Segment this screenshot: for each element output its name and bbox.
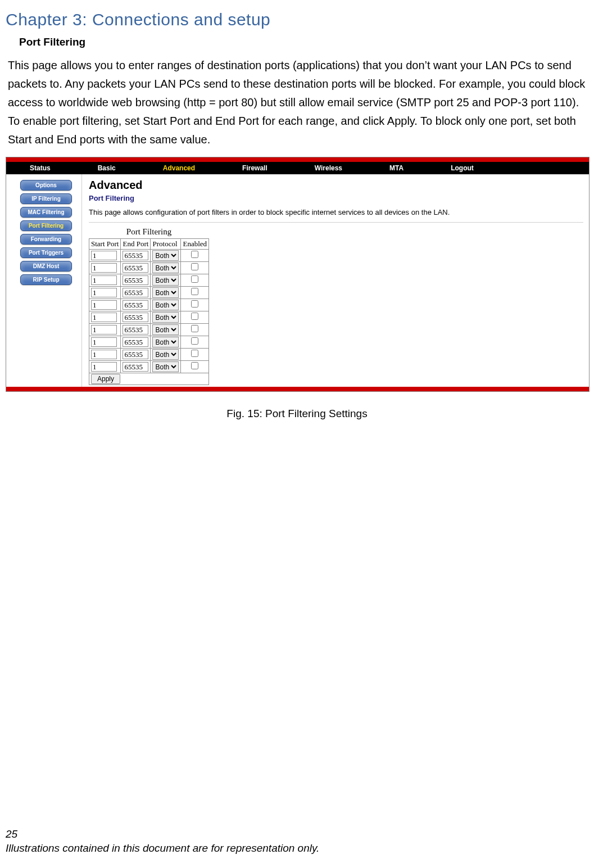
enabled-checkbox[interactable] xyxy=(191,251,198,258)
enabled-checkbox[interactable] xyxy=(191,313,198,320)
table-caption: Port Filtering xyxy=(89,226,209,238)
table-row: Both xyxy=(89,262,209,274)
decorative-red-bar-bottom xyxy=(6,387,589,391)
column-header: End Port xyxy=(121,239,151,250)
tab-firewall[interactable]: Firewall xyxy=(219,164,291,172)
sidebar-item-options[interactable]: Options xyxy=(20,180,72,191)
start-port-input[interactable] xyxy=(91,350,117,359)
start-port-input[interactable] xyxy=(91,251,117,260)
protocol-select[interactable]: Both xyxy=(152,250,179,261)
end-port-input[interactable] xyxy=(123,263,148,273)
tab-wireless[interactable]: Wireless xyxy=(291,164,366,172)
start-port-input[interactable] xyxy=(91,313,117,322)
enabled-checkbox[interactable] xyxy=(191,337,198,345)
table-row: Both xyxy=(89,250,209,262)
end-port-input[interactable] xyxy=(123,300,148,310)
top-nav-tabs: StatusBasicAdvancedFirewallWirelessMTALo… xyxy=(6,162,589,174)
sidebar-item-mac-filtering[interactable]: MAC Filtering xyxy=(20,207,72,218)
tab-status[interactable]: Status xyxy=(6,164,74,172)
end-port-input[interactable] xyxy=(123,251,148,260)
protocol-select[interactable]: Both xyxy=(152,312,179,323)
start-port-input[interactable] xyxy=(91,263,117,273)
enabled-checkbox[interactable] xyxy=(191,288,198,295)
section-title: Port Filtering xyxy=(19,36,588,48)
sidebar: OptionsIP FilteringMAC FilteringPort Fil… xyxy=(6,174,82,387)
table-row: Both xyxy=(89,336,209,349)
enabled-checkbox[interactable] xyxy=(191,350,198,357)
protocol-select[interactable]: Both xyxy=(152,361,179,372)
start-port-input[interactable] xyxy=(91,337,117,347)
protocol-select[interactable]: Both xyxy=(152,324,179,335)
column-header: Protocol xyxy=(151,239,181,250)
figure-caption: Fig. 15: Port Filtering Settings xyxy=(6,408,588,420)
table-row: Both xyxy=(89,299,209,311)
table-row: Both xyxy=(89,361,209,373)
column-header: Start Port xyxy=(89,239,121,250)
sidebar-item-dmz-host[interactable]: DMZ Host xyxy=(20,261,72,272)
enabled-checkbox[interactable] xyxy=(191,362,198,369)
body-paragraph: This page allows you to enter ranges of … xyxy=(8,56,586,149)
end-port-input[interactable] xyxy=(123,288,148,297)
sidebar-item-rip-setup[interactable]: RIP Setup xyxy=(20,274,72,285)
protocol-select[interactable]: Both xyxy=(152,337,179,347)
panel-subtitle: Port Filtering xyxy=(89,194,583,202)
protocol-select[interactable]: Both xyxy=(152,300,179,310)
end-port-input[interactable] xyxy=(123,350,148,359)
table-row: Both xyxy=(89,311,209,324)
column-header: Enabled xyxy=(181,239,209,250)
start-port-input[interactable] xyxy=(91,300,117,310)
sidebar-item-ip-filtering[interactable]: IP Filtering xyxy=(20,193,72,204)
start-port-input[interactable] xyxy=(91,275,117,285)
tab-logout[interactable]: Logout xyxy=(427,164,497,172)
sidebar-item-port-filtering[interactable]: Port Filtering xyxy=(20,220,72,231)
tab-basic[interactable]: Basic xyxy=(74,164,139,172)
apply-button[interactable]: Apply xyxy=(91,374,120,384)
start-port-input[interactable] xyxy=(91,362,117,372)
end-port-input[interactable] xyxy=(123,325,148,334)
end-port-input[interactable] xyxy=(123,275,148,285)
panel-title: Advanced xyxy=(89,179,583,192)
end-port-input[interactable] xyxy=(123,337,148,347)
footer-note: Illustrations contained in this document… xyxy=(6,841,319,856)
enabled-checkbox[interactable] xyxy=(191,275,198,283)
chapter-title: Chapter 3: Connections and setup xyxy=(6,10,588,29)
page-number: 25 xyxy=(6,827,319,842)
protocol-select[interactable]: Both xyxy=(152,287,179,298)
protocol-select[interactable]: Both xyxy=(152,349,179,360)
start-port-input[interactable] xyxy=(91,288,117,297)
divider xyxy=(89,222,583,223)
protocol-select[interactable]: Both xyxy=(152,263,179,273)
tab-advanced[interactable]: Advanced xyxy=(139,164,219,172)
enabled-checkbox[interactable] xyxy=(191,325,198,332)
table-row: Both xyxy=(89,274,209,287)
decorative-red-bar-top xyxy=(6,157,589,162)
enabled-checkbox[interactable] xyxy=(191,263,198,270)
start-port-input[interactable] xyxy=(91,325,117,334)
panel-description: This page allows configuration of port f… xyxy=(89,208,583,216)
protocol-select[interactable]: Both xyxy=(152,275,179,286)
sidebar-item-forwarding[interactable]: Forwarding xyxy=(20,234,72,245)
end-port-input[interactable] xyxy=(123,313,148,322)
table-row: Both xyxy=(89,287,209,299)
enabled-checkbox[interactable] xyxy=(191,300,198,308)
end-port-input[interactable] xyxy=(123,362,148,372)
content-panel: Advanced Port Filtering This page allows… xyxy=(82,174,589,387)
sidebar-item-port-triggers[interactable]: Port Triggers xyxy=(20,247,72,258)
table-row: Both xyxy=(89,349,209,361)
table-row: Both xyxy=(89,324,209,336)
port-filtering-table: Port Filtering Start PortEnd PortProtoco… xyxy=(89,226,209,385)
page-footer: 25 Illustrations contained in this docum… xyxy=(6,827,319,856)
tab-mta[interactable]: MTA xyxy=(366,164,427,172)
router-ui-screenshot: StatusBasicAdvancedFirewallWirelessMTALo… xyxy=(6,157,590,392)
